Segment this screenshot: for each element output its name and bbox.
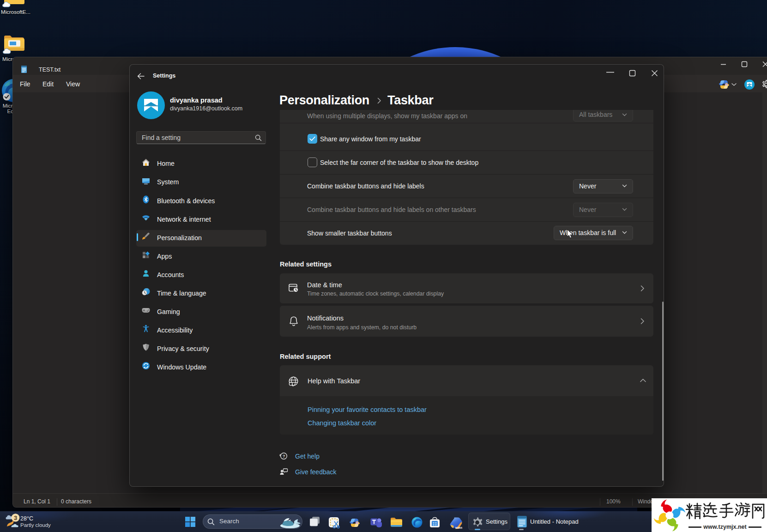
svg-text:?: ? <box>283 454 285 459</box>
svg-text:3: 3 <box>14 514 17 521</box>
svg-text:M365: M365 <box>455 526 463 529</box>
